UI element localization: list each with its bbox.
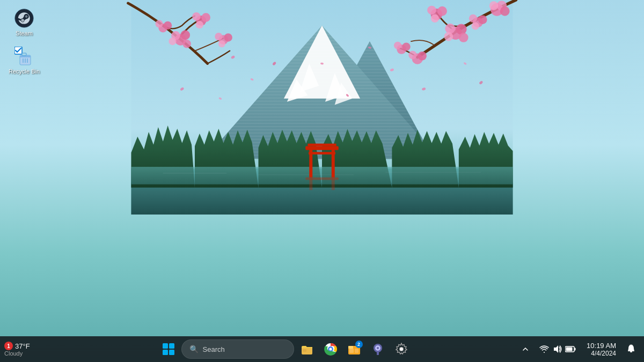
- svg-point-83: [15, 9, 33, 27]
- svg-point-86: [21, 19, 24, 21]
- taskbar-settings[interactable]: [391, 338, 412, 360]
- taskbar-chrome[interactable]: [320, 338, 341, 360]
- clock-time: 10:19 AM: [587, 342, 616, 350]
- weather-description: Cloudy: [4, 350, 23, 357]
- start-button[interactable]: [158, 338, 179, 360]
- notification-icon: [626, 344, 636, 354]
- taskbar: 1 37°F Cloudy 🔍 Search: [0, 336, 644, 362]
- clock-date: 4/4/2024: [591, 350, 616, 357]
- svg-rect-111: [377, 352, 379, 355]
- svg-point-103: [329, 348, 332, 351]
- svg-rect-95: [169, 343, 174, 349]
- expand-tray-button[interactable]: [518, 338, 533, 360]
- notification-button[interactable]: [623, 338, 640, 360]
- svg-rect-107: [349, 349, 354, 353]
- taskbar-app4[interactable]: [367, 338, 389, 360]
- taskbar-center: 🔍 Search: [52, 338, 518, 360]
- svg-rect-96: [163, 350, 168, 355]
- weather-badge: 1: [4, 342, 13, 350]
- search-icon: 🔍: [189, 345, 199, 353]
- svg-rect-115: [575, 348, 576, 351]
- wallpaper-background: [0, 0, 644, 362]
- taskbar-files-app[interactable]: 2: [343, 338, 365, 360]
- file-explorer-icon: [301, 343, 313, 356]
- svg-rect-94: [163, 343, 168, 349]
- svg-point-113: [400, 348, 403, 351]
- steam-label: Steam: [16, 30, 33, 37]
- search-label: Search: [203, 345, 225, 353]
- volume-icon: [552, 344, 562, 354]
- files-badge: 2: [355, 341, 363, 348]
- battery-icon: [565, 345, 576, 353]
- recycle-bin-icon[interactable]: Recycle Bin: [5, 43, 43, 77]
- recycle-bin-label: Recycle Bin: [9, 68, 40, 75]
- svg-rect-116: [566, 348, 573, 351]
- app4-icon: [371, 343, 384, 356]
- svg-point-85: [25, 15, 28, 18]
- svg-rect-106: [348, 346, 353, 349]
- recycle-bin-icon-img: [13, 46, 35, 67]
- svg-rect-108: [355, 349, 358, 353]
- weather-widget[interactable]: 1 37°F Cloudy: [4, 342, 47, 357]
- clock-widget[interactable]: 10:19 AM 4/4/2024: [582, 339, 620, 359]
- svg-rect-117: [630, 351, 632, 352]
- steam-icon-img: [13, 8, 35, 29]
- system-tray: 10:19 AM 4/4/2024: [518, 338, 640, 360]
- wifi-icon: [539, 344, 549, 354]
- desktop-icons: Steam Recycle: [5, 5, 43, 77]
- svg-point-112: [377, 347, 379, 349]
- svg-rect-99: [303, 349, 306, 352]
- chrome-icon: [324, 343, 337, 356]
- tray-icons-group[interactable]: [535, 342, 580, 356]
- settings-icon: [395, 343, 408, 356]
- windows-logo-icon: [163, 343, 174, 355]
- svg-rect-90: [22, 53, 26, 56]
- svg-rect-97: [169, 350, 174, 355]
- taskbar-file-explorer[interactable]: [296, 338, 318, 360]
- steam-icon[interactable]: Steam: [5, 5, 43, 39]
- weather-temp-value: 37°F: [15, 342, 30, 350]
- weather-temp: 1 37°F: [4, 342, 30, 350]
- desktop: Steam Recycle: [0, 0, 644, 362]
- search-bar[interactable]: 🔍 Search: [181, 339, 294, 359]
- chevron-up-icon: [522, 346, 529, 352]
